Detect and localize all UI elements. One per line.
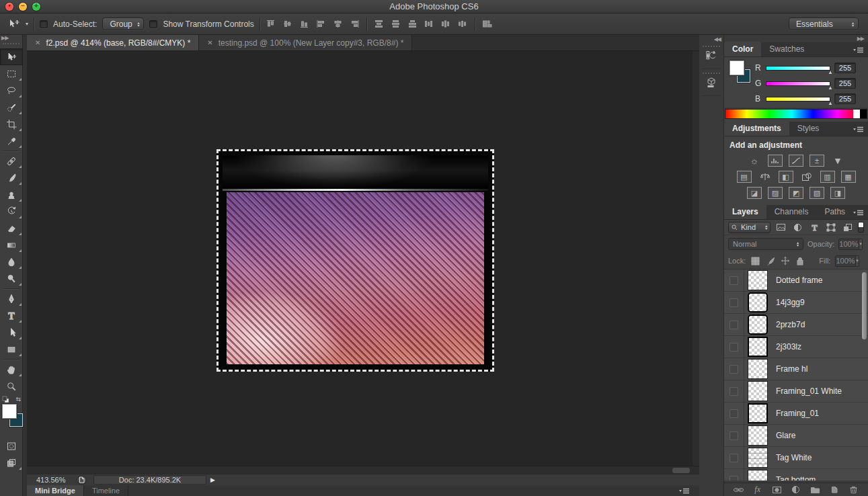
distribute-bottom-edges-icon[interactable] bbox=[407, 19, 418, 28]
tool-spot-healing-brush[interactable] bbox=[0, 153, 23, 169]
hue-saturation-icon[interactable]: ▤ bbox=[737, 171, 752, 183]
auto-select-dropdown[interactable]: Group ▴▾ bbox=[102, 17, 144, 30]
selective-color-icon[interactable]: ◨ bbox=[830, 187, 845, 199]
swap-colors-icon[interactable]: ⇆ bbox=[15, 396, 21, 403]
align-bottom-edges-icon[interactable] bbox=[299, 19, 309, 28]
visibility-toggle[interactable] bbox=[724, 380, 744, 403]
workspace-switcher-dropdown[interactable]: Essentials ▴▾ bbox=[789, 17, 859, 30]
screen-mode-button[interactable] bbox=[0, 454, 23, 471]
new-adjustment-layer-icon[interactable] bbox=[790, 485, 802, 495]
tool-brush[interactable] bbox=[0, 169, 23, 186]
new-layer-icon[interactable] bbox=[828, 485, 840, 495]
layer-thumbnail[interactable] bbox=[748, 315, 768, 335]
visibility-checkbox[interactable] bbox=[729, 298, 738, 307]
panel-menu-icon[interactable] bbox=[679, 487, 690, 494]
shape-filter-icon[interactable] bbox=[825, 222, 838, 233]
visibility-checkbox[interactable] bbox=[729, 409, 738, 418]
layer-row[interactable]: Tag White bbox=[724, 447, 868, 469]
visibility-checkbox[interactable] bbox=[729, 321, 738, 329]
smart-object-filter-icon[interactable] bbox=[841, 222, 854, 233]
tab-styles[interactable]: Styles bbox=[789, 121, 828, 136]
exposure-icon[interactable]: ± bbox=[810, 155, 824, 167]
visibility-toggle[interactable] bbox=[724, 314, 744, 336]
show-transform-checkbox[interactable] bbox=[149, 20, 157, 28]
tool-crop[interactable] bbox=[0, 116, 23, 132]
blend-mode-dropdown[interactable]: Normal ▴▾ bbox=[728, 238, 803, 250]
filter-toggle-switch[interactable] bbox=[858, 222, 864, 233]
tool-rectangle-shape[interactable] bbox=[0, 341, 23, 358]
type-filter-icon[interactable]: T bbox=[808, 222, 821, 233]
tool-move[interactable] bbox=[0, 48, 23, 65]
tab-paths[interactable]: Paths bbox=[816, 204, 853, 219]
visibility-toggle[interactable] bbox=[724, 292, 744, 314]
visibility-checkbox[interactable] bbox=[729, 454, 738, 462]
layer-row[interactable]: Dotted frame bbox=[724, 270, 868, 292]
vibrance-icon[interactable]: ▼ bbox=[830, 155, 845, 167]
document-size-field[interactable]: Doc: 23.4K/895.2K bbox=[93, 475, 206, 485]
align-horizontal-centers-icon[interactable] bbox=[333, 19, 343, 28]
link-layers-icon[interactable] bbox=[732, 485, 744, 495]
tab-swatches[interactable]: Swatches bbox=[761, 42, 812, 56]
layers-scrollbar-thumb[interactable] bbox=[862, 272, 867, 339]
tool-blur[interactable] bbox=[0, 253, 23, 270]
tool-path-selection[interactable] bbox=[0, 324, 23, 341]
foreground-color-swatch[interactable] bbox=[2, 404, 17, 419]
tool-rectangular-marquee[interactable] bbox=[0, 65, 23, 82]
close-tab-icon[interactable]: ✕ bbox=[35, 39, 40, 46]
layer-styles-icon[interactable]: fx bbox=[752, 485, 764, 495]
canvas-area[interactable] bbox=[27, 51, 699, 466]
invert-icon[interactable]: ◪ bbox=[747, 187, 762, 199]
lock-all-icon[interactable] bbox=[795, 256, 805, 266]
opacity-field[interactable]: 100% ▾ bbox=[838, 239, 863, 250]
layer-thumbnail[interactable] bbox=[748, 425, 768, 446]
dock-grip[interactable] bbox=[703, 46, 720, 47]
color-balance-icon[interactable] bbox=[758, 171, 773, 183]
layer-thumbnail[interactable] bbox=[748, 359, 768, 379]
tool-eyedropper[interactable] bbox=[0, 132, 23, 149]
lock-pixels-icon[interactable] bbox=[765, 256, 775, 266]
adjustment-filter-icon[interactable] bbox=[791, 222, 804, 233]
gradient-map-icon[interactable]: ▧ bbox=[810, 187, 824, 199]
layer-row[interactable]: 2j303lz bbox=[724, 336, 868, 358]
panel-menu-icon[interactable] bbox=[853, 126, 864, 132]
tool-quick-selection[interactable] bbox=[0, 99, 23, 116]
black-swatch[interactable] bbox=[860, 110, 867, 118]
lock-position-icon[interactable] bbox=[780, 256, 790, 266]
status-flyout-icon[interactable]: ▶ bbox=[210, 477, 215, 483]
tool-gradient[interactable] bbox=[0, 237, 23, 253]
white-swatch[interactable] bbox=[853, 110, 860, 118]
filter-kind-dropdown[interactable]: Kind ▴▾ bbox=[728, 222, 771, 233]
slider-thumb-icon[interactable]: ▲ bbox=[828, 69, 833, 75]
threshold-icon[interactable]: ◩ bbox=[789, 187, 803, 199]
tab-mini-bridge[interactable]: Mini Bridge bbox=[27, 485, 84, 496]
visibility-checkbox[interactable] bbox=[729, 431, 738, 440]
distribute-top-edges-icon[interactable] bbox=[374, 19, 384, 28]
zoom-window-button[interactable]: + bbox=[32, 3, 40, 11]
visibility-toggle[interactable] bbox=[724, 336, 744, 358]
layer-row[interactable]: Framing_01 White bbox=[724, 380, 868, 403]
layer-thumbnail[interactable] bbox=[748, 403, 768, 423]
slider-thumb-icon[interactable]: ▲ bbox=[828, 100, 833, 106]
visibility-checkbox[interactable] bbox=[729, 387, 738, 396]
visibility-toggle[interactable] bbox=[724, 447, 744, 469]
layer-row[interactable]: Glare bbox=[724, 425, 868, 447]
layer-row[interactable]: 14j3gg9 bbox=[724, 292, 868, 314]
visibility-checkbox[interactable] bbox=[729, 365, 738, 374]
red-slider[interactable]: ▲ bbox=[766, 66, 830, 71]
slider-thumb-icon[interactable]: ▲ bbox=[828, 85, 833, 91]
color-lookup-icon[interactable]: ▦ bbox=[841, 171, 856, 183]
panel-menu-icon[interactable] bbox=[853, 209, 864, 216]
tab-channels[interactable]: Channels bbox=[766, 204, 817, 219]
document-tab-f2[interactable]: ✕ f2.psd @ 414% (base, RGB/8#/CMYK) * bbox=[27, 35, 199, 50]
layer-thumbnail[interactable] bbox=[748, 270, 768, 290]
new-group-icon[interactable] bbox=[810, 485, 822, 495]
distribute-horizontal-centers-icon[interactable] bbox=[441, 19, 451, 28]
close-window-button[interactable]: • bbox=[5, 3, 13, 11]
zoom-level-field[interactable]: 413.56% bbox=[36, 476, 71, 484]
layer-thumbnail[interactable] bbox=[748, 448, 768, 468]
layer-row[interactable]: Framing_01 bbox=[724, 403, 868, 425]
visibility-toggle[interactable] bbox=[724, 403, 744, 425]
levels-icon[interactable] bbox=[768, 155, 783, 167]
visibility-toggle[interactable] bbox=[724, 469, 744, 481]
layer-thumbnail[interactable] bbox=[748, 292, 768, 313]
